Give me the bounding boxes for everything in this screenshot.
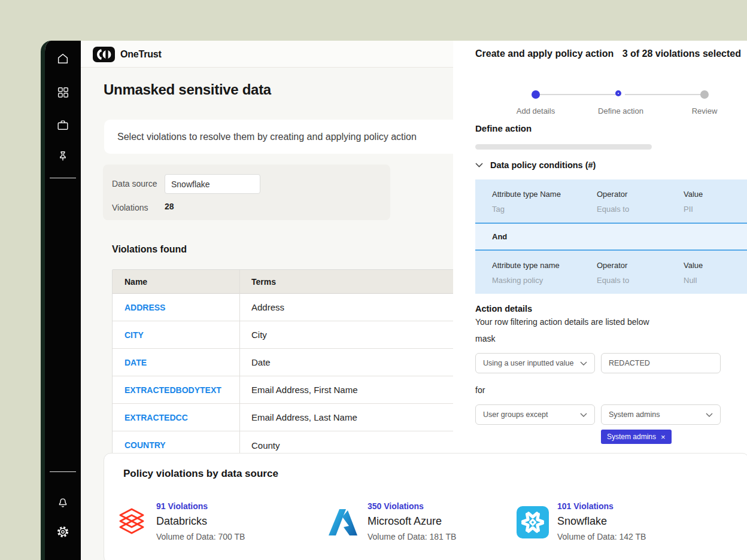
condition-header-operator: Operator [597, 261, 684, 270]
databricks-logo [116, 506, 148, 538]
sidebar-divider-top [50, 178, 76, 178]
violations-count-link[interactable]: 350 Violations [368, 501, 456, 511]
column-divider [239, 270, 240, 459]
summary-box: Data source Violations 28 [103, 165, 390, 220]
policy-violations-panel: Policy violations by data source 91 Viol… [104, 453, 747, 560]
violation-terms: Address [239, 294, 470, 321]
violations-count-link[interactable]: 91 Violations [156, 501, 245, 511]
home-icon[interactable] [55, 51, 71, 66]
data-source-card-databricks[interactable]: 91 Violations Databricks Volume of Data:… [116, 501, 245, 541]
data-volume: Volume of Data: 142 TB [557, 532, 646, 541]
condition-attribute: Tag [492, 205, 597, 214]
violation-name-link[interactable]: EXTRACTEDBODYTEXT [113, 376, 239, 403]
violation-name-link[interactable]: CITY [113, 321, 239, 348]
settings-gear-icon[interactable] [55, 524, 71, 540]
instruction-banner: Select violations to resolve them by cre… [104, 120, 487, 154]
azure-logo [327, 506, 359, 538]
violation-terms: Date [239, 349, 470, 376]
condition-header-attribute: Attribute type Name [492, 190, 597, 199]
step-dot-add-details[interactable] [532, 90, 540, 99]
action-details-heading: Action details [475, 304, 532, 314]
conditions-title: Data policy conditions (#) [490, 160, 596, 170]
conditions-box: Attribute type Name Operator Value Tag E… [475, 179, 747, 294]
define-action-heading: Define action [475, 123, 532, 133]
table-header-row: Name Terms [113, 270, 470, 294]
chip-label: System admins [607, 433, 656, 441]
mask-label: mask [475, 334, 495, 343]
apps-grid-icon[interactable] [55, 84, 71, 100]
violation-terms: City [239, 321, 470, 348]
column-header-terms: Terms [239, 270, 470, 293]
for-group-value: System admins [609, 410, 660, 419]
column-header-name: Name [113, 270, 239, 293]
table-row: EXTRACTEDBODYTEXT Email Address, First N… [113, 376, 470, 404]
data-source-label: Data source [112, 179, 157, 188]
mask-value-input[interactable] [601, 353, 721, 373]
condition-value: Null [684, 276, 747, 285]
condition-operator: Equals to [597, 276, 684, 285]
instruction-text: Select violations to resolve them by cre… [117, 132, 417, 142]
stepper-line [540, 94, 621, 95]
for-group-select[interactable]: System admins [601, 404, 721, 425]
violations-count: 28 [165, 202, 174, 211]
sidebar [45, 41, 81, 560]
drawer-title: Create and apply policy action 3 of 28 v… [475, 48, 741, 59]
drawer-title-text: Create and apply policy action [475, 48, 614, 59]
data-source-name: Snowflake [557, 515, 646, 528]
step-dot-review[interactable] [700, 90, 709, 99]
condition-attribute: Masking policy [492, 276, 597, 285]
condition-header-operator: Operator [597, 190, 684, 199]
for-scope-value: User groups except [483, 410, 548, 419]
chevron-down-icon [706, 413, 713, 417]
step-dot-define-action[interactable] [615, 90, 621, 96]
violation-terms: Email Address, Last Name [239, 404, 470, 431]
selection-status: 3 of 28 violations selected [622, 48, 741, 59]
violations-table-title: Violations found [112, 244, 187, 255]
condition-row: Attribute type name Operator Value Maski… [475, 251, 747, 294]
violations-table: Name Terms ADDRESS Address CITY City DAT… [112, 269, 471, 459]
conditions-collapse-toggle[interactable]: Data policy conditions (#) [475, 160, 596, 170]
chevron-down-icon [580, 361, 587, 366]
step-label-add-details: Add details [494, 106, 578, 115]
data-volume: Volume of Data: 181 TB [368, 532, 456, 541]
condition-value: PII [684, 205, 747, 214]
data-source-name: Databricks [156, 515, 245, 528]
condition-operator: Equals to [597, 205, 684, 214]
action-details-subtitle: Your row filtering action details are li… [475, 317, 649, 327]
table-row: CITY City [113, 321, 470, 349]
step-label-define-action: Define action [579, 106, 663, 115]
stepper-line [625, 94, 705, 95]
sidebar-divider-bottom [50, 471, 76, 472]
for-scope-select[interactable]: User groups except [475, 404, 595, 425]
mask-method-value: Using a user inputted value [483, 359, 573, 367]
pushpin-icon[interactable] [55, 148, 71, 164]
for-label: for [475, 385, 485, 395]
table-row: DATE Date [113, 349, 470, 376]
data-source-card-snowflake[interactable]: 101 Violations Snowflake Volume of Data:… [517, 501, 646, 541]
violations-label: Violations [112, 203, 148, 212]
condition-row: Attribute type Name Operator Value Tag E… [475, 179, 747, 223]
selected-group-chip[interactable]: System admins × [601, 430, 672, 444]
brand-name: OneTrust [120, 49, 162, 60]
progress-bar [475, 144, 652, 150]
condition-connector: And [475, 223, 747, 251]
violation-name-link[interactable]: DATE [113, 349, 239, 376]
data-source-input[interactable] [165, 174, 260, 194]
mask-method-select[interactable]: Using a user inputted value [475, 353, 595, 373]
app-window: OneTrust Unmasked sensitive data Select … [41, 41, 747, 560]
violation-name-link[interactable]: EXTRACTEDCC [113, 404, 239, 431]
violations-count-link[interactable]: 101 Violations [557, 501, 646, 511]
chevron-down-icon [475, 163, 483, 168]
condition-header-value: Value [684, 190, 747, 199]
bottom-panel-title: Policy violations by data source [123, 468, 278, 480]
onetrust-logo-icon [93, 47, 115, 62]
chip-close-icon[interactable]: × [661, 433, 666, 441]
violation-name-link[interactable]: ADDRESS [113, 294, 239, 321]
data-volume: Volume of Data: 700 TB [156, 532, 245, 541]
data-source-card-azure[interactable]: 350 Violations Microsoft Azure Volume of… [327, 501, 456, 541]
briefcase-icon[interactable] [55, 117, 71, 133]
onetrust-brand: OneTrust [93, 47, 162, 62]
bell-icon[interactable] [55, 494, 71, 510]
table-row: EXTRACTEDCC Email Address, Last Name [113, 404, 470, 431]
condition-header-value: Value [684, 261, 747, 270]
